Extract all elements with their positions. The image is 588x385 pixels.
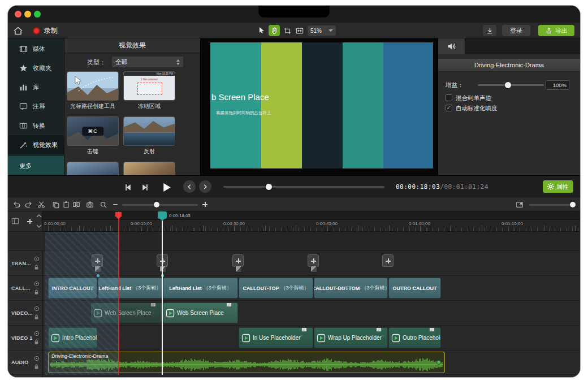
sidebar-item-annotations[interactable]: 注释	[8, 97, 64, 116]
playhead-handle[interactable]	[158, 211, 167, 219]
export-button[interactable]: 导出	[538, 25, 574, 36]
timeline-clip-callout[interactable]: OUTRO CALLOUT	[388, 278, 441, 299]
sidebar-item-transitions[interactable]: 转换	[8, 116, 64, 135]
add-transition-button[interactable]	[308, 254, 319, 267]
track-header-video2[interactable]: VIDEO...	[8, 301, 42, 326]
sidebar-item-media[interactable]: 媒体	[8, 39, 64, 58]
track-options-icon[interactable]	[11, 217, 19, 225]
timeline-zoom-button[interactable]	[100, 201, 107, 209]
track-lock-icon[interactable]	[34, 339, 40, 345]
effect-card-freeze-region[interactable]: Mon 10:25 PM 1 files selected 冻结区域	[123, 71, 175, 110]
effect-card-reflection[interactable]: 反射	[123, 116, 175, 155]
mix-mono-checkbox[interactable]	[446, 94, 452, 101]
timeline-ruler[interactable]: 0:00:00;00 0:00:15;00 0:00:30;00 0:00:45…	[42, 211, 580, 232]
zoom-in-button[interactable]	[202, 202, 207, 207]
track-toggle-icon[interactable]	[34, 281, 40, 287]
effect-indicator-dot[interactable]	[436, 360, 441, 365]
add-transition-button[interactable]	[232, 254, 244, 267]
track-lock-icon[interactable]	[34, 364, 40, 370]
track-lock-icon[interactable]	[34, 265, 40, 270]
effect-card[interactable]	[67, 162, 119, 175]
track-lock-icon[interactable]	[34, 314, 40, 320]
track-toggle-icon[interactable]	[34, 356, 40, 361]
jump-forward-button[interactable]	[199, 180, 211, 193]
track-toggle-icon[interactable]	[34, 256, 40, 262]
scale-tool-button[interactable]	[294, 25, 305, 36]
track-header-video1[interactable]: VIDEO 1	[8, 326, 42, 351]
fit-timeline-button[interactable]	[516, 201, 524, 209]
tab-audio-properties[interactable]	[438, 38, 465, 54]
track-toggle-icon[interactable]	[34, 306, 40, 312]
timeline-clip-placeholder[interactable]: In Use Placeholder	[239, 327, 313, 348]
timeline-scale-knob[interactable]	[570, 202, 576, 207]
gain-slider-knob[interactable]	[505, 82, 511, 88]
timeline-clip-callout[interactable]: INTRO CALLOUT	[48, 278, 97, 299]
prev-frame-button[interactable]	[122, 181, 133, 193]
canvas-zoom-select[interactable]: 51%	[308, 25, 336, 36]
download-button[interactable]	[483, 25, 496, 36]
effect-card-keystrokes[interactable]: ⌘C 击键	[67, 116, 119, 155]
home-button[interactable]	[12, 25, 24, 36]
preview-canvas[interactable]: b Screen Place 将媒体拖到时间轴的占位符上	[210, 42, 433, 168]
add-track-button[interactable]	[27, 219, 32, 224]
transition-thumb-icon[interactable]	[159, 266, 166, 272]
timeline-clip-callout[interactable]: LeftHand List -（3个剪辑）	[163, 278, 238, 299]
pan-tool-button[interactable]	[269, 25, 280, 36]
undo-button[interactable]	[12, 201, 20, 209]
maximize-button[interactable]	[34, 11, 41, 18]
cut-button[interactable]	[37, 201, 45, 209]
split-button[interactable]	[72, 201, 80, 209]
timeline-clip-callout[interactable]: LeftHand List -（3个剪辑）	[98, 278, 162, 299]
redo-button[interactable]	[25, 201, 33, 209]
record-button[interactable]: 录制	[33, 25, 58, 36]
transition-thumb-icon[interactable]	[235, 266, 242, 272]
snapshot-button[interactable]	[86, 201, 94, 209]
timeline-zoom-knob[interactable]	[154, 202, 159, 207]
timeline-clip-callout[interactable]: CALLOUT-BOTTOM -（3个剪辑）	[314, 278, 388, 299]
play-button[interactable]	[159, 180, 173, 194]
timeline-clip-placeholder[interactable]: Outro Placeholder	[388, 327, 441, 348]
copy-button[interactable]	[52, 201, 60, 209]
transition-thumb-icon[interactable]	[310, 266, 317, 272]
chevron-up-icon[interactable]	[36, 214, 42, 218]
timeline-clip-callout[interactable]: CALLOUT-TOP -（3个剪辑）	[239, 278, 313, 299]
scrubber-knob[interactable]	[266, 184, 272, 190]
track-header-callouts[interactable]: CALL...	[8, 276, 42, 301]
effect-card[interactable]	[123, 162, 175, 175]
sidebar-item-favorites[interactable]: 收藏夹	[8, 58, 64, 77]
timeline-scale-slider[interactable]	[529, 204, 576, 206]
next-frame-button[interactable]	[139, 181, 150, 193]
normalize-checkbox[interactable]: ✓	[446, 105, 452, 111]
add-transition-button[interactable]	[382, 254, 394, 267]
select-tool-button[interactable]	[256, 25, 267, 36]
track-header-audio[interactable]: AUDIO	[8, 351, 42, 375]
sidebar-item-library[interactable]: 库	[8, 77, 64, 97]
sidebar-item-more[interactable]: 更多	[8, 156, 64, 175]
timeline-empty-row[interactable]	[42, 232, 580, 251]
effect-card-cursor-path[interactable]: 光标路径创建工具	[67, 71, 119, 110]
timeline-clip-audio[interactable]: Driving-Electronic-Drama	[48, 352, 445, 373]
properties-button[interactable]: 属性	[543, 180, 573, 193]
timeline-clip-placeholder[interactable]: Intro Placeholder	[48, 327, 97, 348]
close-button[interactable]	[15, 11, 21, 18]
timeline-clip-video[interactable]: Web Screen Place	[163, 302, 238, 323]
sidebar-item-visual-effects[interactable]: 视觉效果	[8, 135, 64, 154]
effects-type-select[interactable]: 全部	[112, 57, 183, 67]
track-header-transitions[interactable]: TRAN...	[8, 251, 42, 276]
gain-slider[interactable]	[478, 84, 544, 86]
track-lock-icon[interactable]	[34, 289, 40, 295]
track-toggle-icon[interactable]	[34, 331, 40, 336]
add-transition-button[interactable]	[92, 254, 103, 267]
timeline-scrub-strip[interactable]	[42, 211, 580, 220]
crop-tool-button[interactable]	[282, 25, 293, 36]
login-button[interactable]: 登录	[502, 25, 530, 36]
timeline-clip-video[interactable]: Web Screen Place	[90, 302, 162, 323]
timeline-zoom-slider[interactable]	[122, 204, 198, 206]
gain-value-box[interactable]: 100%	[546, 80, 569, 90]
timeline-clip-placeholder[interactable]: Wrap Up Placeholder	[314, 327, 388, 348]
minimize-button[interactable]	[24, 11, 31, 18]
jump-back-button[interactable]	[183, 180, 196, 193]
zoom-out-button[interactable]	[113, 204, 118, 205]
chevron-down-icon[interactable]	[36, 224, 42, 228]
transition-thumb-icon[interactable]	[94, 266, 101, 272]
